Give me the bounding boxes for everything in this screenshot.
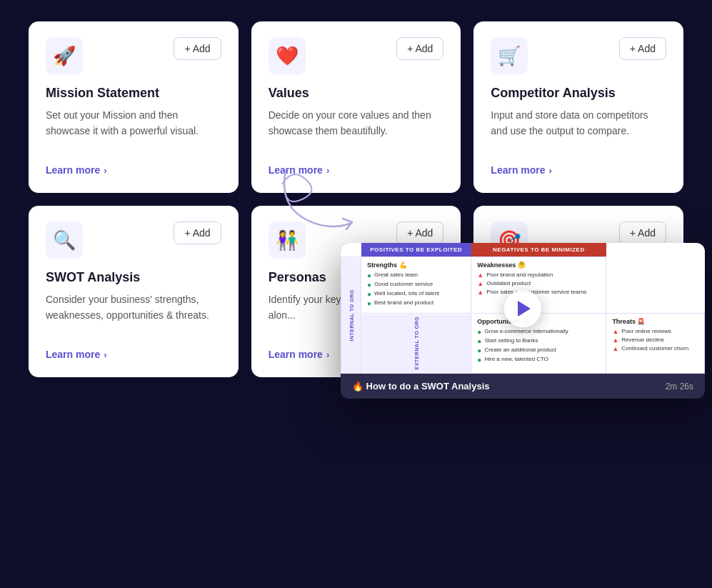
page-wrapper: 🚀 + Add Mission Statement Set out your M…: [29, 21, 683, 377]
threats-cell: Threats 🚨 ▲Poor online reviews▲Revenue d…: [606, 314, 705, 374]
learn-more-swot-analysis[interactable]: Learn more ›: [46, 349, 221, 360]
add-button-ansoff-matrix[interactable]: + Add: [619, 221, 666, 244]
negatives-header: NEGATIVES TO BE MINIMIZED: [471, 243, 606, 257]
play-triangle: [518, 301, 531, 317]
card-icon: ❤️: [269, 37, 306, 74]
card-title-swot-analysis: SWOT Analysis: [46, 270, 221, 285]
video-title-row: 🔥 How to do a SWOT Analysis: [352, 381, 489, 392]
card-competitor-analysis: 🛒 + Add Competitor Analysis Input and st…: [473, 21, 683, 193]
card-top: ❤️ + Add: [269, 37, 444, 74]
card-icon: 👫: [269, 221, 306, 259]
card-icon: 🛒: [491, 37, 528, 74]
strengths-cell: Strengths 💪 ●Great sales team●Good custo…: [361, 257, 471, 314]
card-title-mission-statement: Mission Statement: [46, 86, 221, 101]
learn-more-arrow: ›: [549, 165, 552, 176]
add-button-values[interactable]: + Add: [396, 37, 443, 60]
learn-more-values[interactable]: Learn more ›: [269, 164, 444, 176]
positives-header: POSITIVES TO BE EXPLOITED: [361, 243, 471, 257]
card-mission-statement: 🚀 + Add Mission Statement Set out your M…: [29, 21, 239, 193]
learn-more-arrow: ›: [326, 165, 329, 176]
add-button-mission-statement[interactable]: + Add: [174, 37, 221, 60]
add-button-swot-analysis[interactable]: + Add: [174, 221, 221, 244]
add-button-personas[interactable]: + Add: [396, 221, 443, 244]
card-desc-competitor-analysis: Input and store data on competitors and …: [491, 108, 666, 154]
card-desc-swot-analysis: Consider your business' strengths, weakn…: [46, 292, 221, 339]
internal-label: INTERNAL TO ORG: [341, 257, 361, 374]
video-duration: 2m 26s: [666, 382, 693, 392]
card-values: ❤️ + Add Values Decide on your core valu…: [251, 21, 461, 193]
card-desc-mission-statement: Set out your Mission and then showcase i…: [46, 108, 221, 154]
video-overlay: POSITIVES TO BE EXPLOITED NEGATIVES TO B…: [341, 243, 705, 399]
external-label: EXTERNAL TO ORG: [361, 314, 471, 374]
learn-more-competitor-analysis[interactable]: Learn more ›: [491, 164, 666, 176]
learn-more-arrow: ›: [104, 349, 106, 360]
video-title: 🔥 How to do a SWOT Analysis: [352, 381, 489, 392]
card-desc-values: Decide on your core values and then show…: [269, 108, 444, 154]
video-content: POSITIVES TO BE EXPLOITED NEGATIVES TO B…: [341, 243, 705, 374]
card-top: 🔍 + Add: [46, 221, 221, 259]
card-icon: 🔍: [46, 221, 83, 259]
learn-more-arrow: ›: [326, 349, 329, 360]
card-swot-analysis: 🔍 + Add SWOT Analysis Consider your busi…: [29, 206, 239, 377]
card-top: 🚀 + Add: [46, 37, 221, 74]
card-top: 🛒 + Add: [491, 37, 666, 74]
add-button-competitor-analysis[interactable]: + Add: [619, 37, 666, 60]
card-title-values: Values: [269, 86, 444, 101]
card-title-competitor-analysis: Competitor Analysis: [491, 86, 666, 101]
card-icon: 🚀: [46, 37, 83, 74]
play-button[interactable]: [504, 290, 541, 327]
video-footer: 🔥 How to do a SWOT Analysis 2m 26s: [341, 374, 705, 399]
opportunities-cell: Opportunities 🎲 ●Grow e-commerce interna…: [471, 314, 606, 374]
learn-more-mission-statement[interactable]: Learn more ›: [46, 164, 221, 176]
learn-more-arrow: ›: [104, 165, 106, 176]
